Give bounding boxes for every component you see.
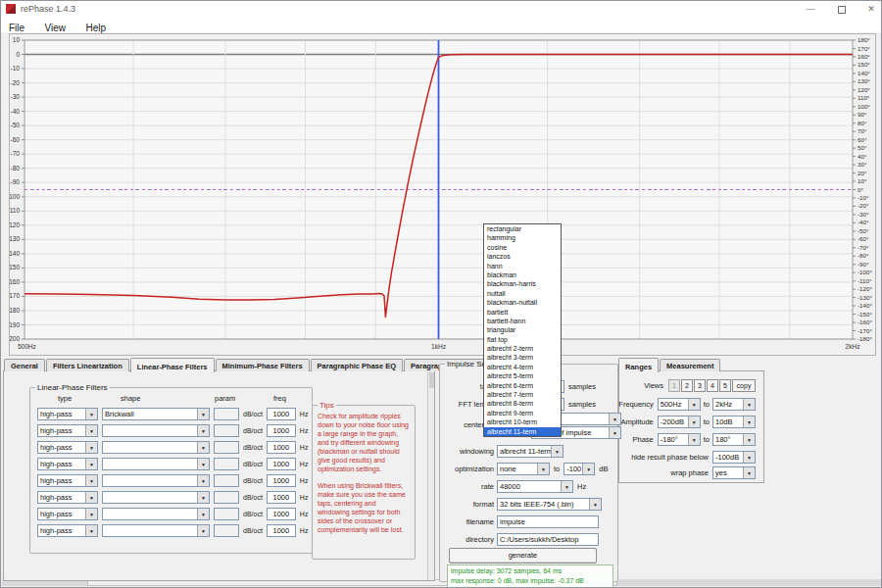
dropdown-option-albrecht-11-term[interactable]: albrecht 11-term <box>484 427 561 436</box>
dropdown-option-albrecht-3-term[interactable]: albrecht 3-term <box>484 353 561 362</box>
filter-type-select[interactable]: high-pass▼ <box>37 474 98 487</box>
svg-text:-170: -170 <box>10 292 20 299</box>
tab-minimum-phase-filters[interactable]: Minimum-Phase Filters <box>216 359 310 371</box>
hide-phase-select[interactable]: -100dB▼ <box>712 451 756 464</box>
filter-freq-input[interactable] <box>267 508 296 520</box>
optimization-select[interactable]: none ▼ <box>497 463 550 475</box>
tab-paragraphic-phase-eq[interactable]: Paragraphic Phase EQ <box>311 359 403 371</box>
tab-measurement[interactable]: Measurement <box>660 359 720 371</box>
tab-ranges[interactable]: Ranges <box>618 358 659 372</box>
filter-param-input[interactable] <box>214 508 239 520</box>
tab-linear-phase-filters[interactable]: Linear-Phase Filters <box>130 358 215 372</box>
filter-type-select[interactable]: high-pass▼ <box>37 458 98 470</box>
filter-param-input[interactable] <box>214 408 239 420</box>
dropdown-option-bartlett[interactable]: bartlett <box>484 308 561 317</box>
tab-panel-scrollbar[interactable] <box>427 371 434 580</box>
phase-to-select[interactable]: 180°▼ <box>712 433 756 446</box>
dropdown-option-triangular[interactable]: triangular <box>484 325 561 334</box>
filter-freq-input[interactable] <box>267 441 296 454</box>
filter-shape-select[interactable]: ▼ <box>102 424 210 437</box>
dropdown-option-lanczos[interactable]: lanczos <box>484 252 561 261</box>
filter-type-select[interactable]: high-pass▼ <box>37 424 98 437</box>
frequency-from-select[interactable]: 500Hz▼ <box>658 398 701 411</box>
tab-filters-linearization[interactable]: Filters Linearization <box>46 359 129 371</box>
directory-input[interactable] <box>497 533 599 546</box>
view-button-4[interactable]: 4 <box>707 379 718 392</box>
dropdown-option-albrecht-8-term[interactable]: albrecht 8-term <box>484 399 561 408</box>
filter-param-input[interactable] <box>214 441 239 454</box>
dropdown-option-hamming[interactable]: hamming <box>484 233 561 242</box>
tab-general[interactable]: General <box>4 359 45 371</box>
amplitude-from-select[interactable]: -200dB▼ <box>658 416 701 428</box>
view-button-copy[interactable]: copy <box>732 379 756 392</box>
dropdown-option-albrecht-6-term[interactable]: albrecht 6-term <box>484 381 561 390</box>
chevron-down-icon: ▼ <box>609 427 620 438</box>
view-button-3[interactable]: 3 <box>694 379 706 392</box>
fft-length-unit: samples <box>568 400 596 409</box>
filter-type-select[interactable]: high-pass▼ <box>37 491 98 504</box>
filter-shape-select[interactable]: ▼ <box>102 508 210 520</box>
filter-param-input[interactable] <box>214 474 239 487</box>
filter-freq-input[interactable] <box>267 458 296 470</box>
view-button-5[interactable]: 5 <box>719 379 731 392</box>
filter-param-input[interactable] <box>214 424 239 437</box>
filter-shape-select[interactable]: ▼ <box>102 524 210 537</box>
filename-input[interactable] <box>497 515 599 528</box>
amplitude-to-select[interactable]: 10dB▼ <box>712 416 756 428</box>
filter-shape-select[interactable]: ▼ <box>102 474 210 487</box>
menu-help[interactable]: Help <box>78 22 115 33</box>
dropdown-option-albrecht-2-term[interactable]: albrecht 2-term <box>484 344 561 353</box>
filter-shape-select[interactable]: ▼ <box>102 441 210 454</box>
filter-type-select[interactable]: high-pass▼ <box>37 524 98 537</box>
filter-param-input[interactable] <box>214 458 239 470</box>
svg-text:-40°: -40° <box>858 219 869 225</box>
restore-icon <box>838 6 846 14</box>
menu-view[interactable]: View <box>37 22 74 33</box>
minimize-button[interactable]: — <box>799 1 822 18</box>
scrollbar-thumb[interactable] <box>429 372 434 388</box>
dropdown-option-cosine[interactable]: cosine <box>484 243 561 252</box>
title-bar[interactable]: rePhase 1.4.3 — ✕ <box>1 1 881 18</box>
rate-select[interactable]: 48000 ▼ <box>497 480 573 493</box>
dropdown-option-albrecht-10-term[interactable]: albrecht 10-term <box>484 417 561 426</box>
filter-shape-select[interactable]: ▼ <box>102 491 210 504</box>
filter-param-input[interactable] <box>214 524 239 537</box>
dropdown-option-blackman[interactable]: blackman <box>484 270 561 279</box>
dropdown-option-hann[interactable]: hann <box>484 262 561 270</box>
frequency-to-select[interactable]: 2kHz▼ <box>712 398 756 411</box>
filter-freq-input[interactable] <box>267 524 296 537</box>
filter-type-select[interactable]: high-pass▼ <box>37 441 98 454</box>
filter-freq-input[interactable] <box>267 474 296 487</box>
filter-freq-input[interactable] <box>267 424 296 437</box>
filter-freq-input[interactable] <box>267 491 296 504</box>
filter-param-input[interactable] <box>214 491 239 504</box>
dropdown-option-bartlett-hann[interactable]: bartlett-hann <box>484 317 561 325</box>
svg-text:140°: 140° <box>858 70 870 76</box>
filter-type-select[interactable]: high-pass▼ <box>37 408 98 420</box>
filter-type-select[interactable]: high-pass▼ <box>37 508 98 520</box>
dropdown-option-nuttall[interactable]: nuttall <box>484 289 561 298</box>
response-graph[interactable]: 100-10-20-30-40-50-60-70-80-90-100-110-1… <box>9 33 876 356</box>
dropdown-option-blackman-harris[interactable]: blackman-harris <box>484 279 561 288</box>
optimization-db-select[interactable]: -100 ▼ <box>564 463 595 475</box>
dropdown-option-albrecht-7-term[interactable]: albrecht 7-term <box>484 390 561 399</box>
close-button[interactable]: ✕ <box>859 1 882 18</box>
filter-shape-select[interactable]: Brickwall▼ <box>102 408 210 420</box>
wrap-phase-select[interactable]: yes▼ <box>712 466 756 479</box>
view-button-2[interactable]: 2 <box>681 379 693 392</box>
generate-button[interactable]: generate <box>449 548 597 564</box>
menu-file[interactable]: File <box>1 22 32 33</box>
dropdown-option-flat-top[interactable]: flat top <box>484 335 561 344</box>
format-select[interactable]: 32 bits IEEE-754 (.bin) ▼ <box>497 498 602 511</box>
dropdown-option-blackman-nuttall[interactable]: blackman-nuttall <box>484 298 561 307</box>
dropdown-option-albrecht-9-term[interactable]: albrecht 9-term <box>484 409 561 417</box>
filter-shape-select[interactable]: ▼ <box>102 458 210 470</box>
windowing-select[interactable]: albrecht 11-term ▼ <box>497 445 564 458</box>
restore-button[interactable] <box>830 1 854 18</box>
phase-from-select[interactable]: -180°▼ <box>658 433 701 446</box>
filter-freq-input[interactable] <box>267 408 296 420</box>
view-button-1[interactable]: 1 <box>668 379 680 392</box>
dropdown-option-rectangular[interactable]: rectangular <box>484 224 561 233</box>
dropdown-option-albrecht-5-term[interactable]: albrecht 5-term <box>484 371 561 380</box>
dropdown-option-albrecht-4-term[interactable]: albrecht 4-term <box>484 363 561 371</box>
